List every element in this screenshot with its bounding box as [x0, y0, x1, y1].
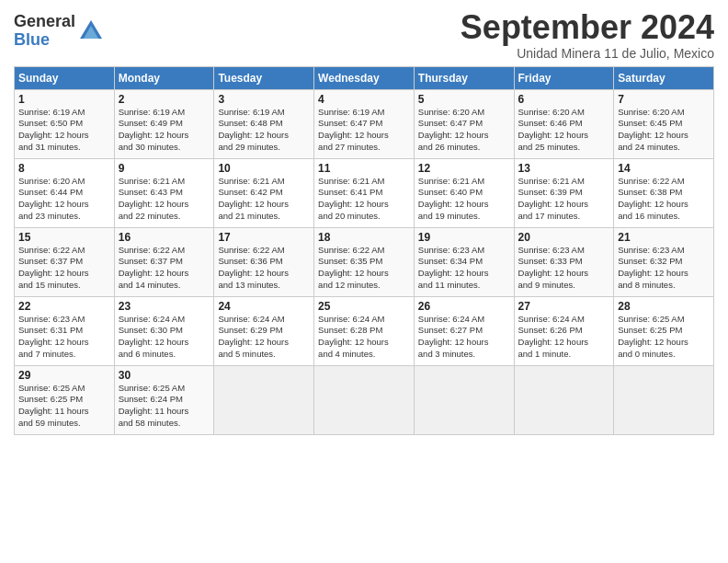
day-24: 24 Sunrise: 6:24 AMSunset: 6:29 PMDaylig… [214, 296, 314, 365]
day-11: 11 Sunrise: 6:21 AMSunset: 6:41 PMDaylig… [314, 158, 415, 227]
day-22: 22 Sunrise: 6:23 AMSunset: 6:31 PMDaylig… [15, 296, 115, 365]
day-3: 3 Sunrise: 6:19 AMSunset: 6:48 PMDayligh… [214, 89, 314, 158]
col-friday: Friday [514, 66, 614, 89]
day-17: 17 Sunrise: 6:22 AMSunset: 6:36 PMDaylig… [214, 227, 314, 296]
day-23: 23 Sunrise: 6:24 AMSunset: 6:30 PMDaylig… [114, 296, 214, 365]
empty-cell [414, 365, 514, 434]
day-21: 21 Sunrise: 6:23 AMSunset: 6:32 PMDaylig… [614, 227, 714, 296]
day-4: 4 Sunrise: 6:19 AMSunset: 6:47 PMDayligh… [314, 89, 415, 158]
day-7: 7 Sunrise: 6:20 AMSunset: 6:45 PMDayligh… [614, 89, 714, 158]
page-container: General Blue September 2024 Unidad Miner… [0, 0, 728, 444]
table-row: 29 Sunrise: 6:25 AMSunset: 6:25 PMDaylig… [15, 365, 714, 434]
day-13: 13 Sunrise: 6:21 AMSunset: 6:39 PMDaylig… [514, 158, 614, 227]
calendar-table: Sunday Monday Tuesday Wednesday Thursday… [14, 66, 714, 435]
title-block: September 2024 Unidad Minera 11 de Julio… [461, 9, 714, 61]
subtitle: Unidad Minera 11 de Julio, Mexico [461, 46, 714, 61]
day-20: 20 Sunrise: 6:23 AMSunset: 6:33 PMDaylig… [514, 227, 614, 296]
day-9: 9 Sunrise: 6:21 AMSunset: 6:43 PMDayligh… [114, 158, 214, 227]
day-18: 18 Sunrise: 6:22 AMSunset: 6:35 PMDaylig… [314, 227, 415, 296]
day-26: 26 Sunrise: 6:24 AMSunset: 6:27 PMDaylig… [414, 296, 514, 365]
day-5: 5 Sunrise: 6:20 AMSunset: 6:47 PMDayligh… [414, 89, 514, 158]
day-2: 2 Sunrise: 6:19 AMSunset: 6:49 PMDayligh… [114, 89, 214, 158]
logo-icon [78, 18, 104, 44]
logo-general: General [14, 13, 75, 31]
header: General Blue September 2024 Unidad Miner… [14, 9, 714, 61]
day-1: 1 Sunrise: 6:19 AMSunset: 6:50 PMDayligh… [15, 89, 115, 158]
logo-blue: Blue [14, 31, 75, 50]
day-28: 28 Sunrise: 6:25 AMSunset: 6:25 PMDaylig… [614, 296, 714, 365]
header-row: Sunday Monday Tuesday Wednesday Thursday… [15, 66, 714, 89]
month-title: September 2024 [461, 9, 714, 46]
day-25: 25 Sunrise: 6:24 AMSunset: 6:28 PMDaylig… [314, 296, 415, 365]
col-saturday: Saturday [614, 66, 714, 89]
col-tuesday: Tuesday [214, 66, 314, 89]
day-19: 19 Sunrise: 6:23 AMSunset: 6:34 PMDaylig… [414, 227, 514, 296]
day-16: 16 Sunrise: 6:22 AMSunset: 6:37 PMDaylig… [114, 227, 214, 296]
day-14: 14 Sunrise: 6:22 AMSunset: 6:38 PMDaylig… [614, 158, 714, 227]
empty-cell [314, 365, 415, 434]
empty-cell [614, 365, 714, 434]
logo-text: General Blue [14, 13, 75, 50]
logo: General Blue [14, 13, 104, 50]
empty-cell [214, 365, 314, 434]
table-row: 22 Sunrise: 6:23 AMSunset: 6:31 PMDaylig… [15, 296, 714, 365]
day-30: 30 Sunrise: 6:25 AMSunset: 6:24 PMDaylig… [114, 365, 214, 434]
day-10: 10 Sunrise: 6:21 AMSunset: 6:42 PMDaylig… [214, 158, 314, 227]
day-29: 29 Sunrise: 6:25 AMSunset: 6:25 PMDaylig… [15, 365, 115, 434]
col-monday: Monday [114, 66, 214, 89]
day-12: 12 Sunrise: 6:21 AMSunset: 6:40 PMDaylig… [414, 158, 514, 227]
col-sunday: Sunday [15, 66, 115, 89]
day-27: 27 Sunrise: 6:24 AMSunset: 6:26 PMDaylig… [514, 296, 614, 365]
table-row: 8 Sunrise: 6:20 AMSunset: 6:44 PMDayligh… [15, 158, 714, 227]
col-thursday: Thursday [414, 66, 514, 89]
empty-cell [514, 365, 614, 434]
table-row: 15 Sunrise: 6:22 AMSunset: 6:37 PMDaylig… [15, 227, 714, 296]
day-6: 6 Sunrise: 6:20 AMSunset: 6:46 PMDayligh… [514, 89, 614, 158]
table-row: 1 Sunrise: 6:19 AMSunset: 6:50 PMDayligh… [15, 89, 714, 158]
col-wednesday: Wednesday [314, 66, 415, 89]
day-15: 15 Sunrise: 6:22 AMSunset: 6:37 PMDaylig… [15, 227, 115, 296]
day-8: 8 Sunrise: 6:20 AMSunset: 6:44 PMDayligh… [15, 158, 115, 227]
